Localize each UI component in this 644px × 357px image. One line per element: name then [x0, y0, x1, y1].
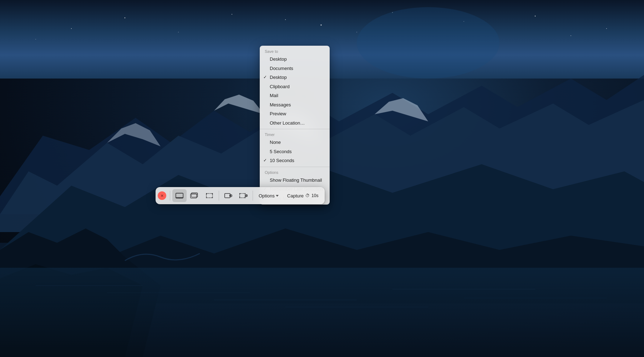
svg-point-18	[535, 16, 536, 16]
save-to-documents[interactable]: Documents	[260, 64, 330, 73]
svg-point-45	[230, 195, 231, 196]
divider-2	[219, 191, 219, 201]
timer-5-seconds[interactable]: 5 Seconds	[260, 147, 330, 156]
close-button[interactable]	[158, 191, 166, 200]
record-selection-icon	[239, 192, 248, 199]
svg-marker-6	[214, 95, 264, 114]
svg-rect-50	[244, 197, 245, 198]
svg-rect-40	[212, 193, 213, 194]
save-to-other-location[interactable]: Other Location…	[260, 119, 330, 128]
separator-2	[260, 167, 330, 167]
timer-value: 10s	[311, 193, 318, 198]
svg-rect-48	[244, 193, 245, 194]
record-selection-button[interactable]	[236, 189, 250, 202]
svg-rect-42	[212, 197, 213, 198]
options-header: Options	[260, 169, 330, 176]
capture-entire-screen-icon	[175, 192, 184, 199]
options-button[interactable]: Options	[255, 189, 282, 202]
options-dropdown: Save to Desktop Documents Desktop Clipbo…	[260, 46, 330, 205]
capture-selection-icon	[205, 192, 214, 199]
svg-rect-41	[206, 197, 207, 198]
svg-point-11	[71, 28, 72, 29]
svg-rect-49	[239, 197, 240, 198]
save-to-clipboard[interactable]: Clipboard	[260, 82, 330, 91]
record-entire-screen-icon	[224, 192, 233, 199]
svg-rect-25	[0, 268, 644, 357]
options-label: Options	[259, 193, 275, 198]
record-entire-screen-button[interactable]	[221, 189, 235, 202]
svg-point-14	[232, 14, 232, 15]
svg-point-13	[178, 32, 179, 32]
svg-rect-38	[206, 193, 212, 198]
svg-point-22	[356, 32, 357, 32]
svg-point-21	[285, 19, 286, 20]
svg-point-15	[321, 25, 322, 26]
svg-rect-46	[240, 193, 245, 198]
save-to-mail[interactable]: Mail	[260, 91, 330, 100]
save-to-desktop-1[interactable]: Desktop	[260, 55, 330, 64]
timer-icon: ⏱	[305, 193, 310, 198]
save-to-header: Save to	[260, 47, 330, 55]
capture-entire-screen-button[interactable]	[172, 189, 187, 202]
svg-point-23	[571, 35, 571, 36]
svg-point-12	[125, 17, 125, 18]
separator-1	[260, 129, 330, 129]
divider-3	[253, 191, 253, 201]
screenshot-toolbar: Options Capture ⏱ 10s	[156, 187, 325, 204]
svg-point-19	[606, 28, 607, 29]
capture-window-icon	[190, 192, 199, 199]
chevron-down-icon	[276, 195, 279, 197]
save-to-preview[interactable]: Preview	[260, 109, 330, 119]
divider-1	[170, 191, 170, 201]
svg-rect-47	[239, 193, 240, 194]
capture-label: Capture	[287, 193, 304, 198]
svg-point-24	[357, 7, 500, 79]
save-to-messages[interactable]: Messages	[260, 100, 330, 110]
svg-rect-39	[206, 193, 207, 194]
svg-point-52	[246, 195, 247, 196]
timer-10-seconds[interactable]: 10 Seconds	[260, 156, 330, 165]
capture-window-button[interactable]	[187, 189, 202, 202]
timer-header: Timer	[260, 131, 330, 138]
svg-point-20	[35, 39, 36, 40]
timer-none[interactable]: None	[260, 138, 330, 147]
save-to-desktop-2[interactable]: Desktop	[260, 73, 330, 82]
svg-rect-37	[191, 194, 197, 198]
capture-button[interactable]: Capture ⏱ 10s	[283, 189, 323, 202]
show-floating-thumbnail[interactable]: Show Floating Thumbnail	[260, 176, 330, 185]
capture-selection-button[interactable]	[202, 189, 217, 202]
